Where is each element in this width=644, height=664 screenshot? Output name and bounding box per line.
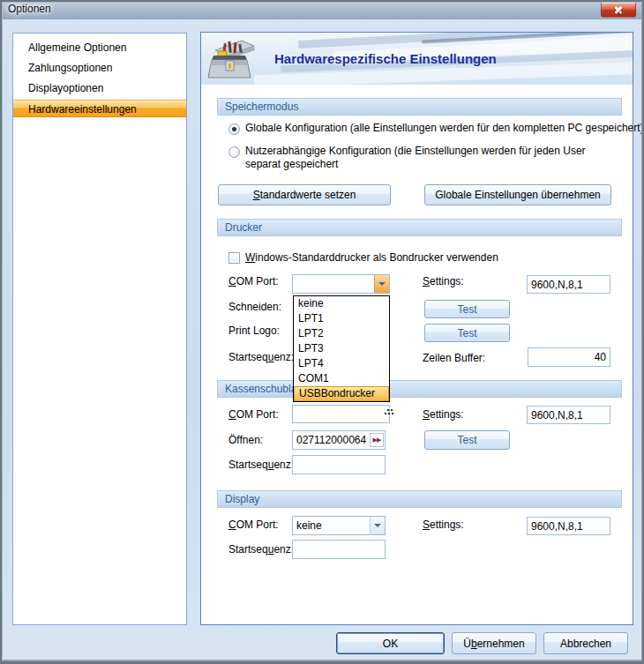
options-dialog: Optionen Allgemeine Optionen Zahlungsopt… <box>0 0 644 664</box>
panel-header: Hardwarespezifische Einstellungen <box>201 33 633 85</box>
uebernehmen-button[interactable]: Übernehmen <box>452 632 536 654</box>
dropdown-item-lpt4[interactable]: LPT4 <box>294 356 389 371</box>
radio-nutzer-label-line1: Nutzerabhängige Konfiguration (die Einst… <box>245 145 586 158</box>
panel-title: Hardwarespezifische Einstellungen <box>274 51 497 66</box>
zeilen-buffer-label: Zeilen Buffer: <box>423 352 485 365</box>
grip-dots-icon <box>385 413 386 414</box>
kassen-startsequenz-input[interactable] <box>292 455 386 474</box>
windows-standarddrucker-label: Windows-Standarddrucker als Bondrucker v… <box>245 251 498 265</box>
window-title: Optionen <box>8 3 51 15</box>
button-label: Übernehmen <box>463 638 524 650</box>
section-header-speichermodus: Speichermodus <box>217 98 622 116</box>
com-port-dropdown-list: keine LPT1 LPT2 LPT3 LPT4 COM1 USBBondru… <box>293 295 390 402</box>
sidebar-item-hardwareeinstellungen[interactable]: Hardwareeinstellungen <box>13 100 186 117</box>
display-startsequenz-input[interactable] <box>292 540 386 559</box>
display-com-port-combobox[interactable]: keine <box>292 516 386 535</box>
toolbox-icon <box>206 36 258 82</box>
drucker-settings-input[interactable]: 9600,N,8,1 <box>527 275 610 294</box>
button-label: Globale Einstellungen übernehmen <box>435 189 600 201</box>
display-startsequenz-label: Startsequenz: <box>228 543 294 556</box>
sidebar-item-allgemeine-optionen[interactable]: Allgemeine Optionen <box>13 38 186 58</box>
radio-globale-label: Globale Konfiguration (alle Einstellunge… <box>245 122 644 135</box>
drucker-com-port-combobox[interactable] <box>292 274 390 294</box>
dropdown-open-button[interactable] <box>374 275 389 293</box>
print-logo-label: Print Logo: <box>228 325 280 338</box>
chevron-down-icon <box>374 524 381 527</box>
dropdown-item-com1[interactable]: COM1 <box>294 371 389 386</box>
drucker-startsequenz-label: Startsequenz: <box>228 351 294 364</box>
kassen-settings-input[interactable]: 9600,N,8,1 <box>527 406 610 424</box>
sidebar-item-zahlungsoptionen[interactable]: Zahlungsoptionen <box>13 58 186 78</box>
sidebar-item-displayoptionen[interactable]: Displayoptionen <box>13 78 186 99</box>
send-sequence-button[interactable]: ▶▶ <box>370 433 384 447</box>
kassen-com-port-label: COM Port: <box>228 408 279 422</box>
kassen-com-port-combobox[interactable] <box>292 405 390 423</box>
button-label: Standardwerte setzen <box>253 189 356 201</box>
display-settings-input[interactable]: 9600,N,8,1 <box>527 517 610 535</box>
forward-arrows-icon: ▶▶ <box>373 436 381 444</box>
schneiden-test-button[interactable]: Test <box>424 300 510 318</box>
section-header-display: Display <box>217 490 622 508</box>
dropdown-item-usbbondrucker[interactable]: USBBondrucker <box>294 386 389 401</box>
zeilen-buffer-input[interactable]: 40 <box>528 347 610 367</box>
standardwerte-setzen-button[interactable]: Standardwerte setzen <box>218 184 391 205</box>
abbrechen-button[interactable]: Abbrechen <box>543 632 628 654</box>
kassen-settings-label: Settings: <box>423 408 464 422</box>
drucker-settings-label: Settings: <box>423 275 464 288</box>
dropdown-button[interactable] <box>370 517 385 534</box>
schneiden-label: Schneiden: <box>228 301 281 314</box>
oeffnen-input[interactable]: 027112000064 ▶▶ <box>292 430 386 450</box>
radio-nutzer-label-line2: separat gespeichert <box>245 158 338 171</box>
display-com-port-label: COM Port: <box>228 519 279 532</box>
dropdown-item-lpt3[interactable]: LPT3 <box>294 341 389 356</box>
section-header-drucker: Drucker <box>217 219 622 236</box>
dropdown-item-lpt1[interactable]: LPT1 <box>294 311 389 326</box>
section-header-kassenschublade: Kassenschublade <box>217 380 622 398</box>
chevron-down-icon <box>378 282 386 286</box>
display-settings-label: Settings: <box>423 519 464 532</box>
kassen-test-button[interactable]: Test <box>424 430 510 450</box>
radio-nutzerabhaengige-konfiguration[interactable] <box>228 146 240 158</box>
title-bar: Optionen <box>0 0 644 19</box>
close-icon <box>614 5 623 14</box>
close-button[interactable] <box>601 2 636 18</box>
kassen-startsequenz-label: Startsequenz: <box>228 459 294 472</box>
drucker-com-port-label: COM Port: <box>228 275 279 288</box>
ok-button[interactable]: OK <box>336 632 445 654</box>
hardware-settings-panel: Hardwarespezifische Einstellungen Speich… <box>200 32 633 625</box>
dropdown-item-keine[interactable]: keine <box>294 296 389 311</box>
print-logo-test-button[interactable]: Test <box>424 324 510 342</box>
windows-standarddrucker-checkbox[interactable] <box>228 252 240 264</box>
sidebar: Allgemeine Optionen Zahlungsoptionen Dis… <box>12 33 187 625</box>
dropdown-item-lpt2[interactable]: LPT2 <box>294 326 389 341</box>
oeffnen-label: Öffnen: <box>228 434 263 447</box>
globale-einstellungen-uebernehmen-button[interactable]: Globale Einstellungen übernehmen <box>424 184 611 205</box>
radio-globale-konfiguration[interactable] <box>228 123 240 135</box>
